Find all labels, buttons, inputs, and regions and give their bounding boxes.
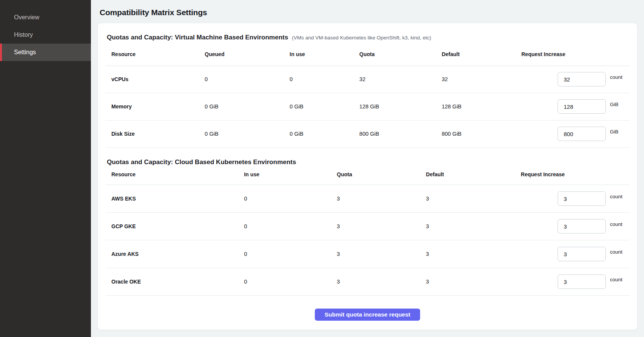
vm-table-header-row: Resource Queued In use Quota Default Req… [105, 45, 630, 66]
azure-aks-request-cell: count [515, 247, 630, 261]
disk-size-default-value: 800 GiB [436, 120, 515, 147]
submit-row: Submit quota increase request [105, 296, 630, 321]
cloud-col-quota: Quota [331, 167, 420, 185]
vcpus-unit-label: count [610, 74, 624, 80]
disk-size-in-use-value: 0 GiB [284, 120, 353, 147]
memory-request-cell: GiB [515, 99, 630, 114]
oracle-oke-default-value: 3 [420, 268, 515, 296]
oracle-oke-resource-label: Oracle OKE [105, 268, 238, 296]
table-row: Memory 0 GiB 0 GiB 128 GiB 128 GiB GiB [105, 93, 630, 120]
aws-eks-in-use-value: 0 [238, 185, 331, 213]
disk-size-quota-value: 800 GiB [353, 120, 436, 147]
aws-eks-default-value: 3 [420, 185, 515, 213]
cloud-table-header-row: Resource In use Quota Default Request In… [105, 167, 630, 185]
memory-in-use-value: 0 GiB [284, 93, 353, 120]
sidebar-item-settings[interactable]: Settings [0, 44, 91, 61]
memory-queued-value: 0 GiB [199, 93, 283, 120]
vm-col-queued: Queued [199, 45, 283, 66]
main-content: Compatibility Matrix Settings Quotas and… [91, 0, 644, 337]
azure-aks-unit-label: count [610, 249, 624, 255]
oracle-oke-request-cell: count [515, 274, 630, 289]
vm-section-title: Quotas and Capacity: Virtual Machine Bas… [107, 34, 288, 41]
aws-eks-quota-value: 3 [331, 185, 420, 213]
aws-eks-request-increase-input[interactable] [558, 191, 606, 206]
disk-size-unit-label: GiB [610, 129, 624, 135]
memory-request-increase-input[interactable] [558, 99, 606, 114]
vcpus-resource-label: vCPUs [105, 66, 199, 93]
oracle-oke-quota-value: 3 [331, 268, 420, 296]
vm-col-in-use: In use [284, 45, 353, 66]
aws-eks-resource-label: AWS EKS [105, 185, 238, 213]
memory-quota-value: 128 GiB [353, 93, 436, 120]
disk-size-resource-label: Disk Size [105, 120, 199, 147]
table-row: AWS EKS 0 3 3 count [105, 185, 630, 213]
sidebar-item-overview-label: Overview [14, 14, 39, 21]
azure-aks-quota-value: 3 [331, 240, 420, 268]
oracle-oke-request-increase-input[interactable] [558, 274, 606, 289]
azure-aks-request-increase-input[interactable] [558, 247, 606, 261]
sidebar-item-history-label: History [14, 31, 33, 38]
cloud-col-request-increase: Request Increase [515, 167, 630, 185]
sidebar-item-settings-label: Settings [14, 49, 36, 56]
cloud-section-header: Quotas and Capacity: Cloud Based Kuberne… [105, 148, 630, 167]
disk-size-request-increase-input[interactable] [558, 127, 606, 141]
gcp-gke-in-use-value: 0 [238, 213, 331, 240]
memory-unit-label: GiB [610, 102, 624, 107]
vcpus-default-value: 32 [436, 66, 515, 93]
gcp-gke-resource-label: GCP GKE [105, 213, 238, 240]
gcp-gke-request-cell: count [515, 219, 630, 234]
cloud-quotas-table: Resource In use Quota Default Request In… [105, 167, 630, 296]
submit-quota-increase-button[interactable]: Submit quota increase request [315, 309, 420, 321]
disk-size-queued-value: 0 GiB [199, 120, 283, 147]
sidebar: Overview History Settings [0, 0, 91, 337]
gcp-gke-unit-label: count [610, 221, 624, 227]
gcp-gke-request-increase-input[interactable] [558, 219, 606, 234]
cloud-col-in-use: In use [238, 167, 331, 185]
gcp-gke-default-value: 3 [420, 213, 515, 240]
page-title: Compatibility Matrix Settings [100, 8, 635, 17]
cloud-col-resource: Resource [105, 167, 238, 185]
disk-size-request-cell: GiB [515, 127, 630, 141]
vm-quotas-table: Resource Queued In use Quota Default Req… [105, 45, 630, 148]
aws-eks-request-cell: count [515, 191, 630, 206]
vcpus-queued-value: 0 [199, 66, 283, 93]
vm-col-default: Default [436, 45, 515, 66]
cloud-section-title: Quotas and Capacity: Cloud Based Kuberne… [107, 158, 296, 166]
quotas-card: Quotas and Capacity: Virtual Machine Bas… [97, 23, 638, 330]
azure-aks-in-use-value: 0 [238, 240, 331, 268]
table-row: GCP GKE 0 3 3 count [105, 213, 630, 240]
azure-aks-default-value: 3 [420, 240, 515, 268]
vm-section-note: (VMs and VM-based Kubernetes like OpenSh… [292, 35, 431, 41]
vm-col-resource: Resource [105, 45, 199, 66]
table-row: Oracle OKE 0 3 3 count [105, 268, 630, 296]
vm-col-request-increase: Request Increase [515, 45, 630, 66]
vm-section-header: Quotas and Capacity: Virtual Machine Bas… [105, 30, 630, 45]
vm-col-quota: Quota [353, 45, 436, 66]
sidebar-item-overview[interactable]: Overview [0, 9, 91, 26]
vcpus-in-use-value: 0 [284, 66, 353, 93]
vcpus-quota-value: 32 [353, 66, 436, 93]
cloud-col-default: Default [420, 167, 515, 185]
vcpus-request-increase-input[interactable] [558, 72, 606, 86]
gcp-gke-quota-value: 3 [331, 213, 420, 240]
sidebar-item-history[interactable]: History [0, 26, 91, 44]
azure-aks-resource-label: Azure AKS [105, 240, 238, 268]
memory-default-value: 128 GiB [436, 93, 515, 120]
table-row: Disk Size 0 GiB 0 GiB 800 GiB 800 GiB Gi… [105, 120, 630, 147]
memory-resource-label: Memory [105, 93, 199, 120]
aws-eks-unit-label: count [610, 194, 624, 199]
vcpus-request-cell: count [515, 72, 630, 86]
oracle-oke-unit-label: count [610, 277, 624, 282]
table-row: vCPUs 0 0 32 32 count [105, 66, 630, 93]
table-row: Azure AKS 0 3 3 count [105, 240, 630, 268]
oracle-oke-in-use-value: 0 [238, 268, 331, 296]
